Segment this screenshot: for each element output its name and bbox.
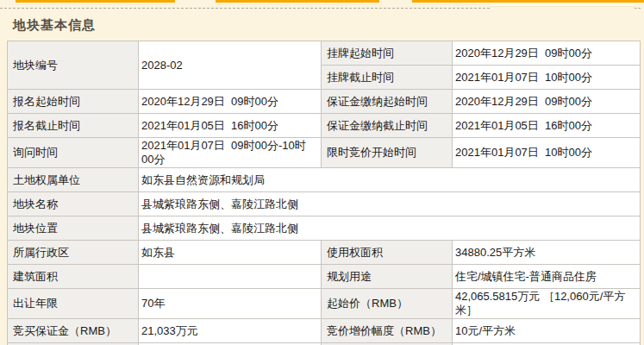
field-value-registration-end-time: 2021年01月05日 16时00分 [139,114,322,138]
field-value-land-ownership-unit: 如东县自然资源和规划局 [139,168,641,192]
accent-bar-segment-2 [216,0,379,3]
table-row: 地块编号 2028-02 挂牌起始时间 2020年12月29日 09时00分 [8,41,641,66]
field-label-administrative-district: 所属行政区 [8,241,139,265]
top-accent-strip [0,0,644,10]
field-label-listing-end-time: 挂牌截止时间 [322,66,453,90]
field-value-deposit-payment-start-time: 2020年12月29日 09时00分 [453,90,641,114]
field-label-parcel-number: 地块编号 [8,41,139,90]
table-row: 出让年限 70年 起始价（RMB） 42,065.5815万元 ［12,060元… [8,289,641,319]
table-row: 询问时间 2021年01月07日 09时00分-10时00分 限时竞价开始时间 … [8,138,641,168]
table-row: 建筑面积 规划用途 住宅/城镇住宅-普通商品住房 [8,265,641,289]
menu-highlight-line [490,4,635,6]
table-row: 地块位置 县城紫琅路东侧、嘉陵江路北侧 [8,216,641,241]
field-value-administrative-district: 如东县 [139,241,322,265]
field-label-parcel-location: 地块位置 [8,216,139,241]
field-value-timed-bidding-start-time: 2021年01月07日 10时00分 [453,138,641,168]
table-row: 土地权属单位 如东县自然资源和规划局 [8,168,641,192]
field-label-deposit-payment-end-time: 保证金缴纳截止时间 [322,114,453,138]
field-value-inquiry-time: 2021年01月07日 09时00分-10时00分 [139,138,322,168]
field-value-bid-deposit: 21,033万元 [139,319,322,343]
field-label-land-ownership-unit: 土地权属单位 [8,168,139,192]
field-label-planned-use: 规划用途 [322,265,453,289]
accent-bar-segment-1 [16,0,175,3]
dashed-divider [0,8,490,9]
field-label-building-area: 建筑面积 [8,265,139,289]
field-value-grant-term: 70年 [139,289,322,319]
field-label-bid-deposit: 竞买保证金（RMB） [8,319,139,343]
field-label-grant-term: 出让年限 [8,289,139,319]
field-label-parcel-name: 地块名称 [8,192,139,216]
section-title: 地块基本信息 [13,16,644,33]
table-row: 所属行政区 如东县 使用权面积 34880.25平方米 [8,241,641,265]
field-value-parcel-name: 县城紫琅路东侧、嘉陵江路北侧 [139,192,641,216]
table-row: 竞买保证金（RMB） 21,033万元 竞价增价幅度（RMB） 10元/平方米 [8,319,641,343]
field-label-starting-price: 起始价（RMB） [322,289,453,319]
field-value-building-area [139,265,322,289]
field-label-deposit-payment-start-time: 保证金缴纳起始时间 [322,90,453,114]
table-row: 报名截止时间 2021年01月05日 16时00分 保证金缴纳截止时间 2021… [8,114,641,138]
field-value-bid-increment: 10元/平方米 [453,319,641,343]
field-label-timed-bidding-start-time: 限时竞价开始时间 [322,138,453,168]
field-value-listing-start-time: 2020年12月29日 09时00分 [453,41,641,66]
field-value-planned-use: 住宅/城镇住宅-普通商品住房 [453,265,641,289]
field-value-registration-start-time: 2020年12月29日 09时00分 [139,90,322,114]
field-value-deposit-payment-end-time: 2021年01月05日 16时00分 [453,114,641,138]
parcel-info-table: 地块编号 2028-02 挂牌起始时间 2020年12月29日 09时00分 挂… [7,41,641,345]
dashed-divider-tail [635,8,641,9]
field-value-use-right-area: 34880.25平方米 [453,241,641,265]
field-label-listing-start-time: 挂牌起始时间 [322,41,453,66]
table-row: 地块名称 县城紫琅路东侧、嘉陵江路北侧 [8,192,641,216]
field-label-registration-start-time: 报名起始时间 [8,90,139,114]
field-value-listing-end-time: 2021年01月07日 10时00分 [453,66,641,90]
field-label-bid-increment: 竞价增价幅度（RMB） [322,319,453,343]
field-value-parcel-location: 县城紫琅路东侧、嘉陵江路北侧 [139,216,641,241]
field-label-use-right-area: 使用权面积 [322,241,453,265]
table-row: 报名起始时间 2020年12月29日 09时00分 保证金缴纳起始时间 2020… [8,90,641,114]
field-label-inquiry-time: 询问时间 [8,138,139,168]
field-value-starting-price: 42,065.5815万元 ［12,060元/平方米］ [453,289,641,319]
field-label-registration-end-time: 报名截止时间 [8,114,139,138]
accent-bar-segment-3 [412,0,644,3]
field-value-parcel-number: 2028-02 [139,41,322,90]
